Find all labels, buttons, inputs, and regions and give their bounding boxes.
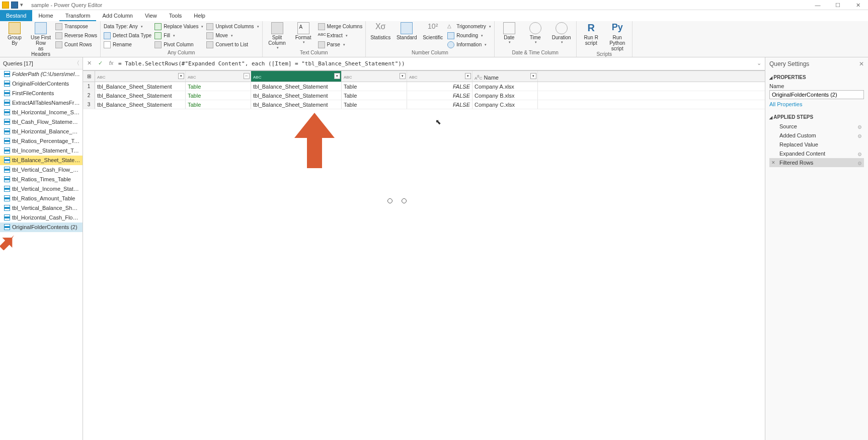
pivot-column-button[interactable]: Pivot Column — [154, 40, 203, 49]
column-header-name1[interactable]: ABC123Name.1▾ — [95, 71, 186, 82]
tab-add-column[interactable]: Add Column — [96, 10, 139, 21]
query-item[interactable]: tbl_Cash_Flow_Statement_Ta... — [0, 117, 83, 127]
table-row[interactable]: 1tbl_Balance_Sheet_StatementTabletbl_Bal… — [83, 82, 765, 91]
cell[interactable]: Table — [186, 82, 251, 91]
count-rows-button[interactable]: Count Rows — [55, 40, 97, 49]
cell[interactable]: Table — [342, 91, 407, 100]
duration-button[interactable]: Duration▾ — [550, 22, 573, 44]
data-type-dropdown[interactable]: Data Type: Any▾ — [104, 22, 151, 31]
query-item[interactable]: tbl_Ratios_Times_Table — [0, 175, 83, 184]
tab-view[interactable]: View — [139, 10, 163, 21]
cell[interactable]: Company C.xlsx — [472, 100, 538, 109]
query-item[interactable]: tbl_Horizontal_Balance_Sheet... — [0, 127, 83, 136]
all-properties-link[interactable]: All Properties — [769, 101, 864, 107]
column-header-kind[interactable]: ABC123Kind▾ — [342, 71, 407, 82]
maximize-button[interactable]: ☐ — [828, 0, 848, 10]
cell[interactable]: Company A.xlsx — [472, 82, 538, 91]
cell[interactable]: Company B.xlsx — [472, 91, 538, 100]
tab-home[interactable]: Home — [32, 10, 59, 21]
cell[interactable]: Table — [186, 100, 251, 109]
cell[interactable]: FALSE — [407, 91, 472, 100]
date-button[interactable]: Date▾ — [498, 22, 521, 44]
cell[interactable]: tbl_Balance_Sheet_Statement — [95, 100, 186, 109]
cell[interactable]: tbl_Balance_Sheet_Statement — [251, 91, 342, 100]
rounding-button[interactable]: Rounding▾ — [447, 31, 491, 40]
gear-icon[interactable]: ⚙ — [857, 159, 862, 168]
query-item[interactable]: tbl_Vertical_Income_Stateme... — [0, 184, 83, 194]
run-r-script-button[interactable]: RRun R script — [580, 22, 603, 46]
cancel-formula-icon[interactable]: ✕ — [85, 60, 93, 68]
tab-help[interactable]: Help — [188, 10, 211, 21]
unpivot-columns-button[interactable]: Unpivot Columns▾ — [206, 22, 259, 31]
applied-step[interactable]: Replaced Value — [769, 140, 864, 149]
applied-step[interactable]: Added Custom⚙ — [769, 131, 864, 140]
transpose-button[interactable]: Transpose — [55, 22, 97, 31]
time-button[interactable]: Time▾ — [524, 22, 547, 44]
cell[interactable]: FALSE — [407, 82, 472, 91]
parse-button[interactable]: Parse▾ — [318, 40, 363, 49]
group-by-button[interactable]: Group By — [3, 22, 26, 46]
column-header-name[interactable]: ABCName▾ — [472, 71, 538, 82]
expand-icon[interactable]: ↔ — [244, 73, 250, 79]
merge-columns-button[interactable]: Merge Columns — [318, 22, 363, 31]
qat-dropdown[interactable]: ▾ — [20, 2, 27, 9]
query-item[interactable]: tbl_Vertical_Cash_Flow_State... — [0, 165, 83, 175]
query-item[interactable]: tbl_Vertical_Balance_Sheet_Ta... — [0, 203, 83, 213]
table-corner-icon[interactable]: ⊞ — [83, 71, 95, 82]
query-item[interactable]: tbl_Horizontal_Cash_Flow_Sta... — [0, 213, 83, 223]
filter-applied-icon[interactable]: ▾ — [334, 73, 340, 79]
applied-step[interactable]: Filtered Rows⚙ — [769, 158, 864, 167]
query-name-input[interactable] — [769, 90, 864, 99]
query-item[interactable]: FirstFileContents — [0, 89, 83, 98]
formula-input[interactable]: = Table.SelectRows(#"Expanded Content", … — [118, 60, 752, 67]
applied-step[interactable]: Source⚙ — [769, 122, 864, 131]
filter-icon[interactable]: ▾ — [178, 73, 184, 79]
table-row[interactable]: 3tbl_Balance_Sheet_StatementTabletbl_Bal… — [83, 100, 765, 109]
cell[interactable]: tbl_Balance_Sheet_Statement — [251, 100, 342, 109]
move-button[interactable]: Move▾ — [206, 31, 259, 40]
cell[interactable]: Table — [342, 82, 407, 91]
cell[interactable]: Table — [186, 91, 251, 100]
fx-icon[interactable]: fx — [107, 60, 115, 68]
cell[interactable]: tbl_Balance_Sheet_Statement — [95, 82, 186, 91]
tab-transform[interactable]: Transform — [59, 10, 97, 21]
cell[interactable]: tbl_Balance_Sheet_Statement — [95, 91, 186, 100]
tab-tools[interactable]: Tools — [163, 10, 188, 21]
query-item[interactable]: ExtractAllTablesNamesFromFi... — [0, 98, 83, 108]
information-button[interactable]: Information▾ — [447, 40, 491, 49]
extract-button[interactable]: ABCExtract▾ — [318, 31, 363, 40]
trigonometry-button[interactable]: △Trigonometry▾ — [447, 22, 491, 31]
accept-formula-icon[interactable]: ✓ — [96, 60, 104, 68]
close-settings-icon[interactable]: ✕ — [859, 60, 864, 67]
file-icon[interactable] — [2, 2, 9, 9]
detect-data-type-button[interactable]: Detect Data Type — [104, 31, 151, 40]
table-row[interactable]: 2tbl_Balance_Sheet_StatementTabletbl_Bal… — [83, 91, 765, 100]
query-item[interactable]: OriginalFolderContents — [0, 79, 83, 89]
minimize-button[interactable]: — — [808, 0, 828, 10]
cell[interactable]: tbl_Balance_Sheet_Statement — [251, 82, 342, 91]
applied-step[interactable]: Expanded Content⚙ — [769, 149, 864, 158]
fill-button[interactable]: Fill▾ — [154, 31, 203, 40]
use-first-row-button[interactable]: Use First Row as Headers▾ — [29, 22, 52, 61]
filter-icon[interactable]: ▾ — [400, 73, 406, 79]
collapse-queries-icon[interactable]: 〈 — [74, 59, 80, 67]
column-header-hidden[interactable]: ABC123Hidden▾ — [407, 71, 472, 82]
rename-button[interactable]: Rename — [104, 40, 151, 49]
query-item[interactable]: tbl_Ratios_Percentage_Table — [0, 136, 83, 146]
run-python-script-button[interactable]: PyRun Python script — [606, 22, 629, 51]
query-item[interactable]: tbl_Horizontal_Income_State... — [0, 108, 83, 117]
query-item[interactable]: tbl_Income_Statement_Table — [0, 146, 83, 156]
format-button[interactable]: A Format▾ — [292, 22, 315, 44]
query-item[interactable]: tbl_Ratios_Amount_Table — [0, 194, 83, 203]
formula-expand-icon[interactable]: ⌄ — [755, 60, 763, 68]
statistics-button[interactable]: XσStatistics — [369, 22, 392, 40]
cell[interactable]: FALSE — [407, 100, 472, 109]
tab-bestand[interactable]: Bestand — [0, 10, 32, 21]
filter-icon[interactable]: ▾ — [530, 73, 536, 79]
query-item[interactable]: FolderPath (C:\Users\melissa\... — [0, 69, 83, 79]
reverse-rows-button[interactable]: Reverse Rows — [55, 31, 97, 40]
scientific-button[interactable]: 10²Scientific — [421, 22, 444, 40]
cell[interactable]: Table — [342, 100, 407, 109]
column-header-data[interactable]: ABC123Data↔ — [186, 71, 251, 82]
query-item[interactable]: tbl_Balance_Sheet_Statement... — [0, 156, 83, 165]
